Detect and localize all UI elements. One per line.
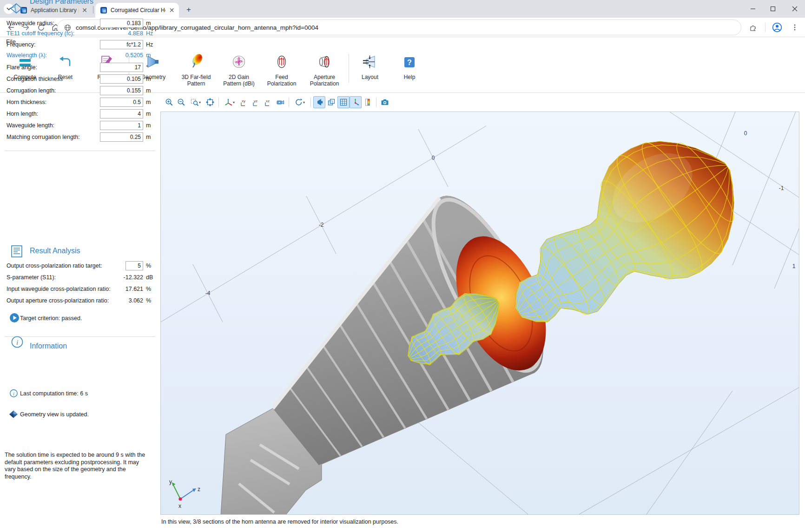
window-close-button[interactable]: [789, 3, 801, 15]
horn-thickness-input[interactable]: [100, 98, 143, 107]
camera-icon: [381, 98, 389, 106]
aperture-polarization-icon: [317, 52, 332, 72]
transparency-toggle[interactable]: [325, 96, 337, 108]
param-label: Output cross-polarization ratio target:: [7, 263, 102, 269]
param-label: Corrugation thickness: [7, 76, 63, 82]
dropdown-caret-icon: ▾: [199, 100, 201, 105]
rotate-view-button[interactable]: ▾: [291, 96, 308, 108]
profile-button[interactable]: [772, 22, 783, 33]
window-minimize-button[interactable]: [747, 3, 759, 15]
svg-text:i: i: [16, 339, 18, 346]
graphics-toolbar: ▾ ▾ xy yz xz ▾: [160, 94, 799, 111]
param-label: Corrugation length:: [7, 87, 56, 94]
window-maximize-button[interactable]: [767, 3, 779, 15]
zoom-box-button[interactable]: ▾: [187, 96, 204, 108]
svg-text:xz: xz: [266, 99, 270, 103]
color-legend-icon: [363, 98, 372, 106]
geometry-status-icon: [9, 410, 18, 418]
information-title: Information: [30, 342, 67, 350]
toolbar-separator: [349, 54, 349, 83]
tab-close-icon[interactable]: ✕: [81, 7, 88, 14]
design-parameters-title: Design Parameters: [30, 0, 93, 6]
param-label: S-parameter (S11):: [7, 274, 56, 281]
feed-polarization-button[interactable]: Feed Polarization: [260, 48, 303, 90]
section-separator: [5, 336, 155, 337]
cross-polarization-target-input[interactable]: [125, 261, 143, 270]
dropdown-caret-icon: ▾: [233, 100, 235, 105]
browser-menu-button[interactable]: [789, 22, 800, 33]
corrugation-length-input[interactable]: [100, 86, 143, 95]
zoom-extents-button[interactable]: [204, 96, 216, 108]
browser-titlebar: Application Library | COMSOL S ✕ Corruga…: [0, 0, 805, 18]
toolbar-separator: [289, 98, 289, 107]
grid-icon: [339, 98, 348, 106]
flare-angle-input[interactable]: [100, 63, 143, 72]
3d-viewport[interactable]: 0 -2 -4 0 -1 1 y z x: [160, 112, 799, 515]
feed-polarization-icon: [274, 52, 290, 72]
target-criterion-play-icon: [9, 313, 20, 323]
go-to-default-view-button[interactable]: ▾: [221, 96, 238, 108]
view-along-yz-button[interactable]: yz: [250, 96, 262, 108]
tab-close-icon[interactable]: ✕: [168, 7, 175, 14]
view-along-xy-button[interactable]: xy: [238, 96, 250, 108]
param-unit: m: [146, 20, 151, 26]
new-tab-button[interactable]: +: [183, 4, 194, 15]
waveguide-length-input[interactable]: [100, 121, 143, 130]
url-bar[interactable]: comsol.com/server-demo/app/library_corru…: [57, 20, 741, 35]
snapshot-button[interactable]: [379, 96, 391, 108]
close-icon: [792, 6, 798, 12]
svg-text:i: i: [13, 391, 14, 396]
tab-horn-antenna[interactable]: Corrugated Circular Horn Anten ✕: [95, 3, 179, 18]
show-axes-toggle[interactable]: [350, 96, 362, 108]
section-separator: [5, 151, 155, 151]
frequency-input[interactable]: [100, 40, 143, 49]
show-grid-toggle[interactable]: [337, 96, 350, 108]
3d-far-field-pattern-button[interactable]: 3D Far-field Pattern: [175, 48, 218, 90]
rotate-icon: [295, 98, 303, 106]
param-label: Frequency:: [7, 41, 36, 48]
matching-corrugation-length-input[interactable]: [100, 132, 143, 142]
horn-antenna-3d-scene: 0 -2 -4 0 -1 1 y z x: [161, 112, 799, 514]
param-unit: %: [146, 286, 151, 292]
param-unit: %: [146, 263, 151, 269]
layout-button[interactable]: Layout: [353, 48, 387, 90]
reset-button[interactable]: Reset: [45, 48, 86, 90]
te11-cutoff-value: 4.8E8: [100, 30, 143, 37]
param-unit: m: [146, 111, 151, 117]
x-axis-dot: [178, 497, 182, 500]
axis-label: 0: [432, 155, 435, 161]
param-unit: Hz: [146, 30, 153, 37]
wavelength-value: 0.5205: [100, 52, 143, 59]
axis-label: -1: [779, 185, 784, 191]
profile-avatar-icon: [772, 22, 783, 33]
x-axis-label: x: [178, 503, 181, 509]
zoom-in-button[interactable]: [163, 96, 175, 108]
param-label: Wavelength (λ):: [7, 52, 47, 59]
kebab-menu-icon: [791, 24, 798, 31]
param-label: Waveguide radius:: [7, 20, 54, 26]
viewport-caption: In this view, 3/8 sections of the horn a…: [161, 519, 398, 525]
param-label: Horn length:: [7, 111, 38, 117]
2d-gain-pattern-button[interactable]: 2D Gain Pattern (dBi): [218, 48, 260, 90]
tab-divider: [93, 6, 93, 13]
extensions-button[interactable]: [747, 22, 759, 33]
param-label: Horn thickness:: [7, 99, 46, 105]
param-unit: m: [146, 99, 151, 105]
help-button[interactable]: ? Help: [393, 48, 426, 90]
transparency-cube-icon: [327, 98, 336, 106]
zoom-out-button[interactable]: [175, 96, 187, 108]
view-xy-icon: xy: [240, 98, 248, 106]
horn-length-input[interactable]: [100, 109, 143, 118]
corrugation-thickness-input[interactable]: [100, 74, 143, 84]
waveguide-radius-input[interactable]: [100, 19, 143, 28]
horn-speaker-icon: [315, 98, 323, 106]
color-legend-toggle[interactable]: [362, 96, 374, 108]
view-yz-icon: yz: [252, 98, 260, 106]
s-parameter-value: -12.322: [100, 274, 143, 281]
show-geometry-toggle[interactable]: [313, 96, 325, 108]
view-along-xz-button[interactable]: xz: [262, 96, 274, 108]
aperture-polarization-button[interactable]: Aperture Polarization: [303, 48, 346, 90]
param-unit: m: [146, 76, 151, 82]
tab-title: Corrugated Circular Horn Anten: [111, 7, 165, 13]
scene-light-button[interactable]: [274, 96, 286, 108]
